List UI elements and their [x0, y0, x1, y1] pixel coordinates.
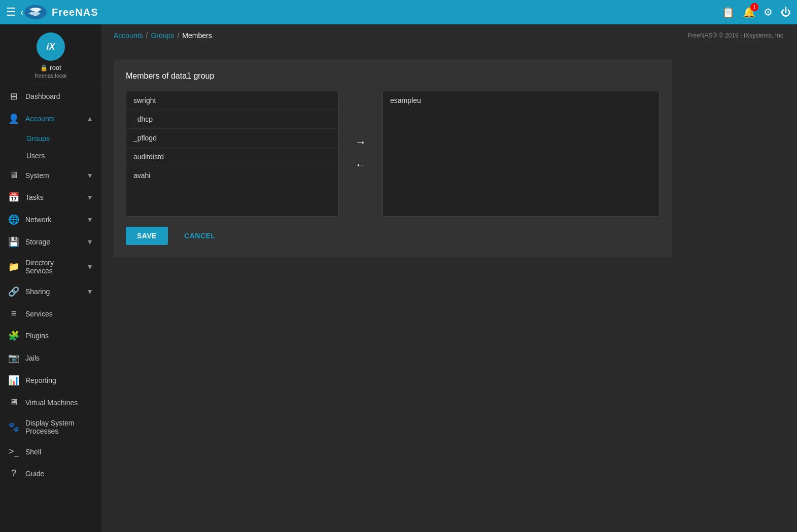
sidebar-item-label: Tasks: [25, 193, 80, 201]
sharing-icon: 🔗: [8, 286, 19, 297]
sidebar-item-dashboard[interactable]: ⊞ Dashboard: [0, 85, 101, 108]
sidebar-nav: ⊞ Dashboard 👤 Accounts ▲ Groups Users 🖥 …: [0, 85, 101, 532]
sidebar-item-sharing[interactable]: 🔗 Sharing ▼: [0, 280, 101, 303]
tasks-arrow-icon: ▼: [86, 193, 93, 201]
sidebar-item-label: Virtual Machines: [25, 399, 93, 407]
transfer-arrows: → ←: [351, 134, 370, 173]
guide-icon: ?: [8, 468, 19, 479]
selected-members-list[interactable]: esampleu: [383, 91, 660, 217]
members-picker: swright _dhcp _pflogd auditdistd avahi →…: [126, 91, 660, 217]
directory-services-icon: 📁: [8, 261, 19, 272]
list-item[interactable]: _pflogd: [126, 129, 338, 148]
tasks-icon: 📅: [8, 192, 19, 203]
sidebar-item-label: Shell: [25, 448, 93, 456]
topbar-icons: 📋 🔔 1 ⚙ ⏻: [722, 6, 791, 18]
logo: FreeNAS: [23, 3, 98, 21]
list-item[interactable]: _dhcp: [126, 110, 338, 129]
notifications-button[interactable]: 🔔 1: [743, 6, 755, 18]
clipboard-button[interactable]: 📋: [722, 6, 735, 18]
save-button[interactable]: SAVE: [126, 227, 168, 245]
card-actions: SAVE CANCEL: [126, 227, 660, 245]
sidebar-item-label: System: [25, 171, 80, 180]
sidebar-username: 🔒 root: [40, 64, 61, 72]
sidebar-item-label: Storage: [25, 238, 80, 246]
avatar: iX: [37, 32, 65, 61]
cancel-button[interactable]: CANCEL: [173, 227, 226, 245]
settings-button[interactable]: ⚙: [764, 6, 773, 18]
sidebar-item-services[interactable]: ≡ Services: [0, 303, 101, 325]
breadcrumb: Accounts / Groups / Members: [114, 31, 212, 40]
sidebar-item-shell[interactable]: >_ Shell: [0, 441, 101, 463]
logo-text: FreeNAS: [52, 7, 98, 18]
storage-icon: 💾: [8, 236, 19, 247]
sidebar-profile: iX 🔒 root freenas.local: [0, 24, 101, 85]
accounts-arrow-icon: ▲: [86, 115, 93, 123]
sidebar-item-plugins[interactable]: 🧩 Plugins: [0, 325, 101, 347]
sidebar-item-network[interactable]: 🌐 Network ▼: [0, 208, 101, 231]
breadcrumb-sep-2: /: [177, 31, 179, 40]
topbar: ☰ ‹ FreeNAS 📋 🔔 1 ⚙ ⏻: [0, 0, 797, 24]
vm-icon: 🖥: [8, 397, 19, 408]
list-item[interactable]: auditdistd: [126, 148, 338, 166]
sidebar-item-label: Plugins: [25, 332, 93, 340]
sidebar-hostname: freenas.local: [35, 73, 66, 79]
card-title: Members of data1 group: [126, 72, 660, 81]
notification-badge: 1: [750, 3, 758, 11]
remove-member-button[interactable]: ←: [351, 156, 370, 173]
breadcrumb-accounts[interactable]: Accounts: [114, 31, 143, 40]
sidebar-item-label: Accounts: [25, 115, 80, 123]
list-item[interactable]: avahi: [126, 166, 338, 185]
sidebar-item-label: Services: [25, 310, 93, 318]
network-arrow-icon: ▼: [86, 216, 93, 224]
network-icon: 🌐: [8, 214, 19, 225]
copyright-text: FreeNAS® © 2019 - iXsystems, Inc.: [687, 32, 785, 39]
breadcrumb-groups[interactable]: Groups: [151, 31, 174, 40]
sidebar-item-storage[interactable]: 💾 Storage ▼: [0, 231, 101, 253]
accounts-icon: 👤: [8, 113, 19, 124]
add-member-button[interactable]: →: [351, 134, 370, 151]
sidebar-item-directory-services[interactable]: 📁 Directory Services ▼: [0, 253, 101, 280]
sidebar-item-tasks[interactable]: 📅 Tasks ▼: [0, 186, 101, 208]
sidebar-item-accounts[interactable]: 👤 Accounts ▲: [0, 108, 101, 130]
sidebar-item-jails[interactable]: 📷 Jails: [0, 347, 101, 369]
system-icon: 🖥: [8, 170, 19, 181]
sidebar-item-label: Reporting: [25, 376, 93, 384]
power-button[interactable]: ⏻: [781, 7, 791, 18]
available-members-list[interactable]: swright _dhcp _pflogd auditdistd avahi: [126, 91, 339, 217]
reporting-icon: 📊: [8, 375, 19, 386]
sidebar-item-label: Network: [25, 216, 80, 224]
sidebar-item-label: Dashboard: [25, 92, 93, 100]
sidebar-subitem-users[interactable]: Users: [0, 147, 101, 164]
sidebar-item-label: Sharing: [25, 288, 80, 296]
sidebar-item-label: Jails: [25, 354, 93, 362]
members-card: Members of data1 group swright _dhcp _pf…: [114, 59, 672, 257]
jails-icon: 📷: [8, 352, 19, 364]
shell-icon: >_: [8, 446, 19, 457]
freenas-logo-icon: [23, 3, 48, 21]
sidebar-item-label: Guide: [25, 470, 93, 478]
sidebar-item-system[interactable]: 🖥 System ▼: [0, 164, 101, 186]
sidebar: iX 🔒 root freenas.local ⊞ Dashboard 👤 Ac…: [0, 24, 101, 532]
sidebar-item-guide[interactable]: ? Guide: [0, 463, 101, 484]
sharing-arrow-icon: ▼: [86, 288, 93, 296]
sidebar-item-label: Directory Services: [25, 259, 80, 275]
sidebar-subitem-groups[interactable]: Groups: [0, 130, 101, 147]
plugins-icon: 🧩: [8, 330, 19, 341]
sidebar-item-label: Display System Processes: [25, 419, 93, 435]
system-arrow-icon: ▼: [86, 171, 93, 180]
breadcrumb-current: Members: [182, 31, 212, 40]
sidebar-item-virtual-machines[interactable]: 🖥 Virtual Machines: [0, 392, 101, 413]
sidebar-item-display-system-processes[interactable]: 🐾 Display System Processes: [0, 413, 101, 441]
list-item[interactable]: esampleu: [383, 91, 659, 110]
content-area: Accounts / Groups / Members FreeNAS® © 2…: [101, 24, 797, 532]
breadcrumb-sep-1: /: [146, 31, 148, 40]
display-system-processes-icon: 🐾: [8, 421, 19, 433]
list-item[interactable]: swright: [126, 91, 338, 110]
main-content: Members of data1 group swright _dhcp _pf…: [101, 47, 797, 532]
main-layout: iX 🔒 root freenas.local ⊞ Dashboard 👤 Ac…: [0, 24, 797, 532]
directory-services-arrow-icon: ▼: [86, 263, 93, 271]
sidebar-item-reporting[interactable]: 📊 Reporting: [0, 369, 101, 392]
breadcrumb-bar: Accounts / Groups / Members FreeNAS® © 2…: [101, 24, 797, 47]
services-icon: ≡: [8, 308, 19, 319]
hamburger-button[interactable]: ☰: [6, 6, 16, 19]
